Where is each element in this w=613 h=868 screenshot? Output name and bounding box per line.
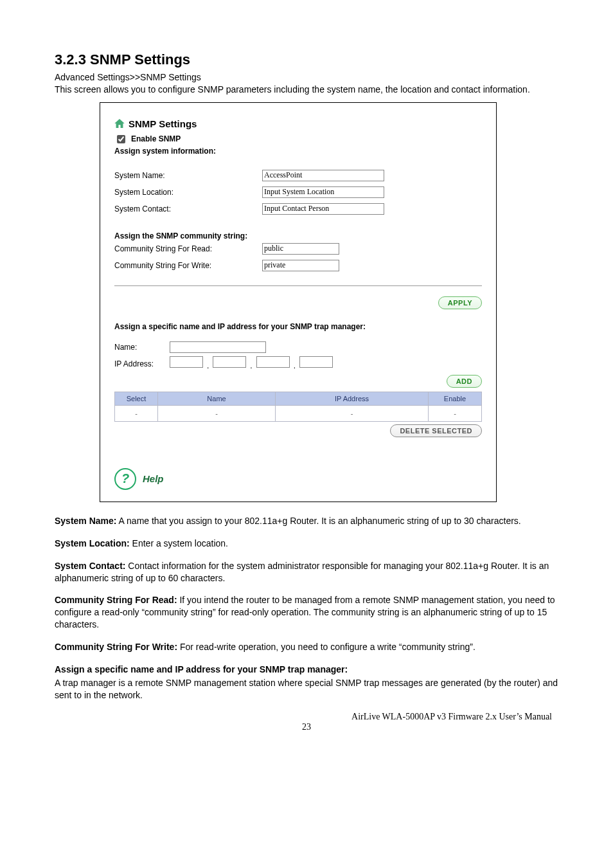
desc-trap-text: A trap manager is a remote SNMP manageme… [55,677,558,701]
apply-button[interactable]: APPLY [438,296,482,309]
section-heading: 3.2.3 SNMP Settings [55,51,558,68]
enable-snmp-checkbox[interactable] [117,135,125,143]
trap-ip-octet-2[interactable] [213,356,246,368]
desc-system-name-text: A name that you assign to your 802.11a+g… [117,516,521,526]
trap-name-input[interactable] [170,341,266,353]
system-contact-input[interactable] [262,203,384,215]
table-header-ip: IP Address [276,392,429,405]
table-header-name: Name [158,392,276,405]
help-link[interactable]: Help [143,473,164,484]
table-header-enable: Enable [429,392,482,405]
desc-community-write-text: For read-write operation, you need to co… [177,642,475,652]
enable-snmp-label: Enable SNMP [131,134,181,143]
add-button[interactable]: ADD [447,375,482,388]
intro-text: This screen allows you to configure SNMP… [55,84,558,96]
footer-manual-title: AirLive WLA-5000AP v3 Firmware 2.x User’… [55,712,552,722]
table-row: - - - - [115,405,482,421]
description-block: System Name: A name that you assign to y… [55,515,558,701]
trap-ip-octet-1[interactable] [170,356,203,368]
trap-heading: Assign a specific name and IP address fo… [114,322,482,331]
system-name-label: System Name: [114,171,262,180]
breadcrumb: Advanced Settings>>SNMP Settings [55,72,558,82]
table-header-select: Select [115,392,158,405]
desc-system-location-text: Enter a system location. [130,538,228,548]
table-cell-enable: - [429,405,482,421]
system-contact-label: System Contact: [114,204,262,213]
desc-system-location-term: System Location: [55,538,130,548]
system-name-input[interactable] [262,170,384,181]
desc-community-read-term: Community String For Read: [55,595,177,605]
trap-ip-octet-4[interactable] [299,356,333,368]
panel-title: SNMP Settings [129,118,197,129]
desc-trap-heading-term: Assign a specific name and IP address fo… [55,664,348,674]
system-location-label: System Location: [114,188,262,197]
desc-community-write-term: Community String For Write: [55,642,177,652]
community-heading: Assign the SNMP community string: [114,231,482,240]
community-read-input[interactable] [262,243,339,255]
table-cell-name: - [158,405,276,421]
community-read-label: Community String For Read: [114,244,262,253]
home-icon [114,119,125,128]
trap-ip-label: IP Address: [114,359,170,368]
community-write-label: Community String For Write: [114,261,262,270]
trap-manager-table: Select Name IP Address Enable - - - - [114,392,482,422]
desc-system-contact-term: System Contact: [55,561,125,571]
table-cell-ip: - [276,405,429,421]
trap-ip-octet-3[interactable] [256,356,290,368]
desc-system-name-term: System Name: [55,516,117,526]
trap-name-label: Name: [114,343,170,352]
table-cell-select: - [115,405,158,421]
system-location-input[interactable] [262,186,384,198]
delete-selected-button[interactable]: DELETE SELECTED [390,424,482,437]
community-write-input[interactable] [262,260,339,271]
snmp-settings-panel: SNMP Settings Enable SNMP Assign system … [100,102,497,502]
footer-page-number: 23 [55,722,558,732]
desc-system-contact-text: Contact information for the system admin… [55,561,549,583]
trap-ip-group: . . . [170,356,333,372]
assign-system-info-label: Assign system information: [114,147,482,156]
divider [114,285,482,286]
help-icon[interactable]: ? [114,468,136,490]
